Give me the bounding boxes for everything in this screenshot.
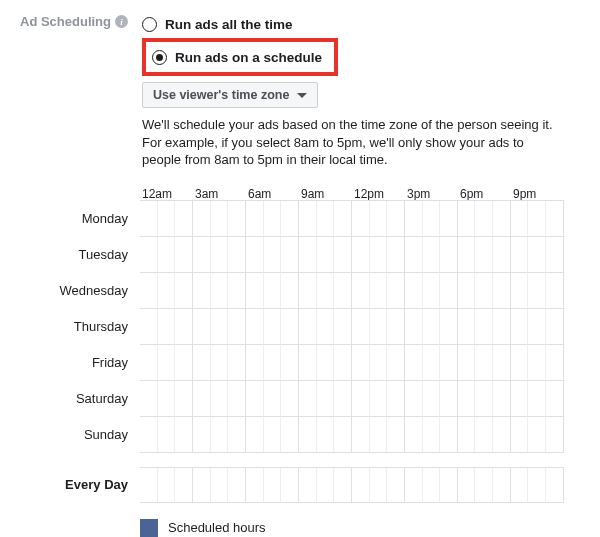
day-cells[interactable] xyxy=(140,417,564,453)
schedule-cell[interactable] xyxy=(140,417,158,453)
schedule-cell[interactable] xyxy=(211,201,229,237)
schedule-cell[interactable] xyxy=(264,467,282,503)
schedule-cell[interactable] xyxy=(528,237,546,273)
schedule-cell[interactable] xyxy=(334,273,352,309)
schedule-cell[interactable] xyxy=(140,273,158,309)
schedule-cell[interactable] xyxy=(405,467,423,503)
schedule-cell[interactable] xyxy=(140,381,158,417)
schedule-cell[interactable] xyxy=(440,467,458,503)
schedule-cell[interactable] xyxy=(175,309,193,345)
schedule-cell[interactable] xyxy=(352,345,370,381)
schedule-cell[interactable] xyxy=(246,237,264,273)
schedule-cell[interactable] xyxy=(546,345,564,381)
schedule-cell[interactable] xyxy=(528,273,546,309)
schedule-cell[interactable] xyxy=(511,273,529,309)
schedule-cell[interactable] xyxy=(458,273,476,309)
schedule-cell[interactable] xyxy=(528,467,546,503)
schedule-cell[interactable] xyxy=(440,345,458,381)
schedule-cell[interactable] xyxy=(440,201,458,237)
schedule-cell[interactable] xyxy=(140,345,158,381)
schedule-cell[interactable] xyxy=(228,345,246,381)
schedule-cell[interactable] xyxy=(264,345,282,381)
schedule-cell[interactable] xyxy=(493,273,511,309)
schedule-cell[interactable] xyxy=(228,467,246,503)
schedule-cell[interactable] xyxy=(440,417,458,453)
info-icon[interactable]: i xyxy=(115,15,128,28)
schedule-cell[interactable] xyxy=(193,381,211,417)
schedule-cell[interactable] xyxy=(546,467,564,503)
schedule-cell[interactable] xyxy=(546,381,564,417)
schedule-cell[interactable] xyxy=(140,237,158,273)
schedule-cell[interactable] xyxy=(493,381,511,417)
schedule-cell[interactable] xyxy=(370,417,388,453)
schedule-cell[interactable] xyxy=(475,345,493,381)
schedule-cell[interactable] xyxy=(246,273,264,309)
schedule-cell[interactable] xyxy=(264,201,282,237)
schedule-cell[interactable] xyxy=(158,237,176,273)
schedule-cell[interactable] xyxy=(423,467,441,503)
schedule-cell[interactable] xyxy=(370,237,388,273)
day-cells[interactable] xyxy=(140,309,564,345)
schedule-cell[interactable] xyxy=(423,273,441,309)
schedule-cell[interactable] xyxy=(281,345,299,381)
schedule-cell[interactable] xyxy=(387,467,405,503)
schedule-cell[interactable] xyxy=(458,345,476,381)
schedule-cell[interactable] xyxy=(458,237,476,273)
schedule-cell[interactable] xyxy=(158,309,176,345)
schedule-cell[interactable] xyxy=(158,273,176,309)
schedule-cell[interactable] xyxy=(440,273,458,309)
schedule-cell[interactable] xyxy=(546,201,564,237)
schedule-cell[interactable] xyxy=(387,345,405,381)
schedule-cell[interactable] xyxy=(175,345,193,381)
schedule-cell[interactable] xyxy=(352,381,370,417)
schedule-cell[interactable] xyxy=(528,201,546,237)
schedule-cell[interactable] xyxy=(493,417,511,453)
schedule-cell[interactable] xyxy=(193,417,211,453)
schedule-cell[interactable] xyxy=(405,309,423,345)
schedule-cell[interactable] xyxy=(440,381,458,417)
schedule-cell[interactable] xyxy=(334,201,352,237)
schedule-cell[interactable] xyxy=(140,467,158,503)
schedule-cell[interactable] xyxy=(458,309,476,345)
schedule-cell[interactable] xyxy=(264,237,282,273)
schedule-cell[interactable] xyxy=(511,345,529,381)
schedule-cell[interactable] xyxy=(211,417,229,453)
schedule-cell[interactable] xyxy=(475,201,493,237)
schedule-cell[interactable] xyxy=(493,467,511,503)
schedule-cell[interactable] xyxy=(299,273,317,309)
schedule-cell[interactable] xyxy=(423,309,441,345)
schedule-cell[interactable] xyxy=(458,201,476,237)
schedule-cell[interactable] xyxy=(387,381,405,417)
schedule-cell[interactable] xyxy=(211,345,229,381)
schedule-cell[interactable] xyxy=(475,309,493,345)
schedule-cell[interactable] xyxy=(140,201,158,237)
schedule-cell[interactable] xyxy=(423,417,441,453)
schedule-cell[interactable] xyxy=(175,273,193,309)
day-cells[interactable] xyxy=(140,273,564,309)
schedule-cell[interactable] xyxy=(334,237,352,273)
schedule-cell[interactable] xyxy=(299,345,317,381)
schedule-cell[interactable] xyxy=(475,417,493,453)
schedule-cell[interactable] xyxy=(264,273,282,309)
schedule-cell[interactable] xyxy=(281,417,299,453)
schedule-cell[interactable] xyxy=(405,201,423,237)
schedule-cell[interactable] xyxy=(228,309,246,345)
schedule-cell[interactable] xyxy=(352,309,370,345)
schedule-cell[interactable] xyxy=(281,309,299,345)
schedule-cell[interactable] xyxy=(193,237,211,273)
schedule-cell[interactable] xyxy=(175,417,193,453)
schedule-cell[interactable] xyxy=(299,417,317,453)
schedule-cell[interactable] xyxy=(299,201,317,237)
schedule-cell[interactable] xyxy=(317,237,335,273)
schedule-cell[interactable] xyxy=(281,237,299,273)
schedule-cell[interactable] xyxy=(158,381,176,417)
day-cells[interactable] xyxy=(140,200,564,237)
radio-run-all-time[interactable]: Run ads all the time xyxy=(142,12,580,36)
schedule-cell[interactable] xyxy=(158,345,176,381)
schedule-cell[interactable] xyxy=(211,273,229,309)
schedule-cell[interactable] xyxy=(475,467,493,503)
schedule-cell[interactable] xyxy=(475,381,493,417)
schedule-cell[interactable] xyxy=(387,417,405,453)
schedule-cell[interactable] xyxy=(370,309,388,345)
schedule-cell[interactable] xyxy=(228,237,246,273)
